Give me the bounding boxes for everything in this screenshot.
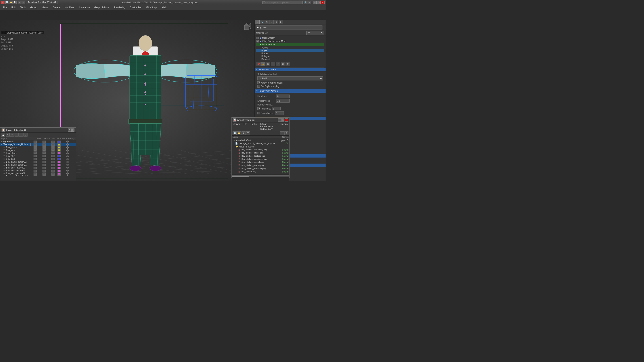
subdivision-method-header[interactable]: ▼ Subdivision Method <box>255 68 326 71</box>
menu-edit[interactable]: Edit <box>10 5 18 9</box>
asset-row-diffuse[interactable]: 🖼 Boy_clothes_diffuse.png Found <box>232 151 289 154</box>
layer-row-default[interactable]: ☰ 0 (default) — — — <box>0 140 76 143</box>
layers-save-tool[interactable]: 💾 <box>1 133 5 137</box>
asset-menu-file[interactable]: File <box>242 122 249 131</box>
layer-render-default[interactable]: — <box>48 140 58 143</box>
help-btn[interactable]: ? <box>308 1 311 4</box>
panel-pin-icon[interactable]: 📌 <box>256 62 260 66</box>
asset-tool-path[interactable]: 📁 <box>237 131 241 135</box>
panel-vert-icon[interactable]: · <box>271 62 275 66</box>
panel-display-icon[interactable]: 👁 <box>274 20 278 24</box>
toolbar-redo[interactable]: ↪ <box>22 1 25 4</box>
menu-group[interactable]: Group <box>28 5 39 9</box>
toolbar-undo[interactable]: ↩ <box>18 1 22 4</box>
layers-select-tool[interactable]: ⊡ <box>24 133 28 137</box>
mod-vray[interactable]: ✓ ◆ VRayDisplacementMod <box>256 39 324 43</box>
asset-row-displace[interactable]: 🖼 Boy_clothes_displace.png Found <box>232 154 289 158</box>
asset-tool-view[interactable]: 👁 <box>242 131 246 135</box>
apply-whole-checkbox[interactable]: ✓ <box>258 81 260 84</box>
asset-tool-help[interactable]: ? <box>280 131 284 135</box>
layer-render-teenage[interactable]: — <box>48 143 58 146</box>
menu-views[interactable]: Views <box>40 5 50 9</box>
asset-row-anisotropy[interactable]: 🖼 Boy_clothes_Anisotropy.png Found <box>232 148 289 151</box>
sub-border[interactable]: Border <box>256 52 324 55</box>
subdiv-method-select[interactable]: NURMS <box>258 76 323 80</box>
asset-tool-settings[interactable]: ⚙ <box>284 131 288 135</box>
asset-scrollbar-thumb[interactable] <box>232 176 249 177</box>
layer-radio-default[interactable] <box>66 141 75 143</box>
minimize-btn[interactable]: – <box>313 1 317 4</box>
asset-row-maxfile[interactable]: 📄 Teenage_School_Uniform_max_vray.max Ok <box>232 142 289 145</box>
menu-file[interactable]: File <box>1 5 9 9</box>
layers-add-tool[interactable]: + <box>10 133 14 137</box>
layers-close-btn[interactable]: ✕ <box>71 128 74 132</box>
sub-element[interactable]: Element <box>256 58 324 61</box>
panel-face-icon[interactable]: ▣ <box>281 62 285 66</box>
layer-hide-teenage[interactable]: — <box>31 143 40 146</box>
layers-indent-tool[interactable]: → <box>14 133 18 137</box>
layers-outdent-tool[interactable]: ← <box>19 133 23 137</box>
menu-tools[interactable]: Tools <box>18 5 28 9</box>
subdivision-amount-header[interactable]: ▼ Subdivision Amount <box>255 89 326 93</box>
panel-motion-icon[interactable]: ▷ <box>269 20 274 24</box>
asset-row-normal[interactable]: 🖼 Boy_clothes_normal.png Found <box>232 161 289 164</box>
panel-hierarchy-icon[interactable]: ⊞ <box>264 20 269 24</box>
layer-freeze-teenage[interactable]: — <box>40 143 48 146</box>
mod-meshsmooth[interactable]: ✓ ◆ MeshSmooth <box>256 36 324 39</box>
layer-row-teenage2[interactable]: ☰ Teenage_School_Uniform — — — <box>0 175 76 176</box>
mod-editable-poly[interactable]: ■ Editable Poly <box>256 43 324 46</box>
layer-row-shirt-btn02[interactable]: ☰ Boy_shirt_button02 — — — <box>0 166 76 169</box>
render-smooth-check[interactable] <box>258 112 260 114</box>
layers-help-btn[interactable]: ? <box>68 128 71 132</box>
asset-menu-paths[interactable]: Paths <box>249 122 258 131</box>
asset-menu-server[interactable]: Server <box>232 122 242 131</box>
asset-tool-list[interactable]: ☰ <box>246 131 250 135</box>
asset-close-btn[interactable]: ✕ <box>285 118 288 122</box>
panel-create-icon[interactable]: ✦ <box>255 20 260 24</box>
sub-edge[interactable]: Edge <box>256 49 324 52</box>
layer-radio-teenage[interactable] <box>66 143 75 146</box>
search-btn[interactable]: 🔍 <box>304 1 308 4</box>
layer-row-pants-btn01[interactable]: ☰ Boy_pants_button01 — — — <box>0 163 76 166</box>
workspace-dropdown[interactable]: Autodesk 3ds Max 2014 x64 <box>26 1 58 4</box>
layer-row-shoes[interactable]: ☰ Boy_shoes — — — <box>0 152 76 155</box>
panel-modify-icon[interactable]: 🔧 <box>260 20 264 24</box>
asset-tool-refresh[interactable]: 🔄 <box>232 131 236 135</box>
menu-maxscript[interactable]: MAXScript <box>144 5 160 9</box>
panel-lock-icon[interactable]: 🔒 <box>261 62 266 66</box>
panel-utilities-icon[interactable]: ⚙ <box>278 20 283 24</box>
render-smooth-input[interactable] <box>275 111 284 115</box>
toolbar-save[interactable]: 💾 <box>13 1 16 4</box>
menu-modifiers[interactable]: Modifiers <box>62 5 76 9</box>
smooth-input[interactable] <box>276 99 290 103</box>
iter-input[interactable] <box>276 94 290 98</box>
layer-row-vest[interactable]: ☰ Boy_vest — — — <box>0 149 76 152</box>
layer-row-shirt[interactable]: ☰ Boy_shirt — — — <box>0 155 76 158</box>
toolbar-open[interactable]: 📂 <box>9 1 13 4</box>
asset-row-opacity[interactable]: 🖼 Boy_clothes_opacity.png Found <box>232 164 289 167</box>
asset-row-glossiness[interactable]: 🖼 Boy_clothes_glossiness.png Found <box>232 158 289 161</box>
search-input[interactable] <box>262 1 302 4</box>
sub-vertex[interactable]: Vertex <box>256 46 324 49</box>
nav-cube[interactable] <box>241 22 252 33</box>
maximize-btn[interactable]: □ <box>317 1 321 4</box>
menu-customize[interactable]: Customize <box>128 5 143 9</box>
layer-hide-default[interactable]: — <box>31 140 40 143</box>
render-iter-check[interactable]: ✓ <box>258 107 260 110</box>
close-btn[interactable]: ✕ <box>321 1 325 4</box>
asset-menu-options[interactable]: Options <box>278 122 289 131</box>
asset-scrollbar-track[interactable] <box>232 175 289 177</box>
menu-create[interactable]: Create <box>50 5 62 9</box>
layer-row-teenage[interactable]: ⊕ Teenage_School_Uniform ✓ — — — <box>0 143 76 146</box>
asset-row-vault[interactable]: ⬡ Autodesk Vault Logged O <box>232 139 289 142</box>
layer-color-default[interactable] <box>58 141 66 143</box>
menu-graph-editors[interactable]: Graph Editors <box>92 5 112 9</box>
render-iter-input[interactable] <box>272 107 281 110</box>
menu-animation[interactable]: Animation <box>77 5 92 9</box>
layer-row-vest-btn02[interactable]: ☰ Boy_vest_button02 — — — <box>0 169 76 172</box>
layer-freeze-default[interactable]: — <box>40 140 48 143</box>
asset-row-maps[interactable]: 📁 Maps / Shaders <box>232 145 289 148</box>
layer-row-vest-btn01[interactable]: ☰ Boy_vest_button01 — — — <box>0 172 76 175</box>
asset-row-reflection[interactable]: 🖼 Boy_clothes_reflection.png Found <box>232 167 289 170</box>
asset-restore-btn[interactable]: □ <box>281 118 284 122</box>
